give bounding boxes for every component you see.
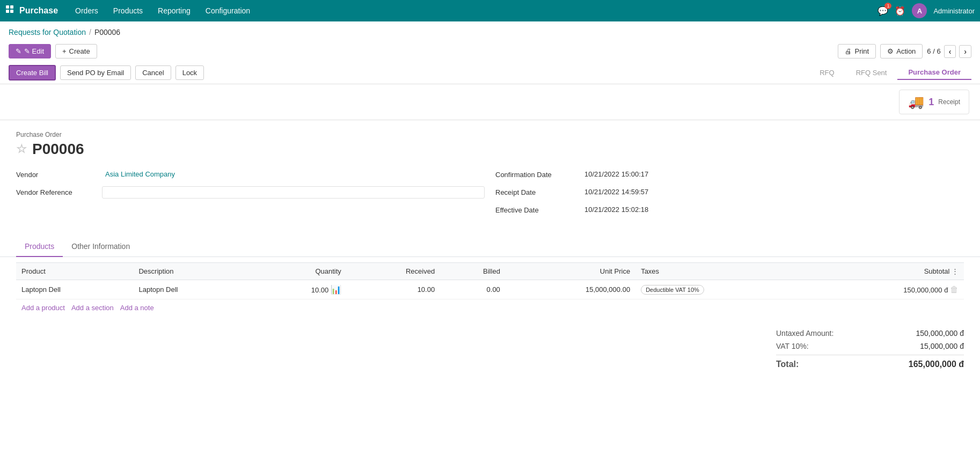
receipt-count: 1 (928, 97, 934, 108)
receipt-date-field: Receipt Date 10/21/2022 14:59:57 (495, 186, 964, 197)
col-billed: Billed (440, 263, 506, 280)
receipt-label: Receipt (938, 98, 960, 106)
products-table: Product Description Quantity Received Bi… (16, 262, 964, 299)
cancel-button[interactable]: Cancel (135, 65, 171, 80)
create-bill-button[interactable]: Create Bill (9, 65, 56, 80)
navbar-menu: Orders Products Reporting Configuration (69, 3, 877, 18)
form-fields: Vendor Asia Limited Company Vendor Refer… (16, 168, 964, 215)
delete-row-icon[interactable]: 🗑 (950, 285, 959, 294)
app-name: Purchase (19, 6, 58, 16)
add-product-link[interactable]: Add a product (21, 304, 65, 312)
admin-name: Administrator (933, 7, 975, 15)
total-row: Total: 165,000,000 đ (776, 355, 964, 371)
right-fields: Confirmation Date 10/21/2022 15:00:17 Re… (495, 168, 964, 215)
order-type-label: Purchase Order (16, 131, 964, 138)
confirmation-date-label: Confirmation Date (495, 168, 581, 179)
col-subtotal: Subtotal ⋮ (809, 263, 964, 280)
edit-button[interactable]: ✎ ✎ Edit (9, 44, 51, 58)
breadcrumb-separator: / (89, 28, 91, 36)
forecast-icon[interactable]: 📊 (331, 285, 341, 294)
vendor-ref-field: Vendor Reference (16, 186, 485, 199)
step-rfq[interactable]: RFQ (809, 66, 845, 79)
cell-subtotal: 150,000,000 đ 🗑 (809, 280, 964, 299)
vendor-ref-input[interactable] (102, 186, 485, 199)
cell-billed: 0.00 (440, 280, 506, 299)
col-product: Product (16, 263, 133, 280)
untaxed-label: Untaxed Amount: (776, 329, 833, 338)
cell-product[interactable]: Laptopn Dell (16, 280, 133, 299)
main-content: 🚚 1 Receipt Purchase Order ☆ P00006 Vend… (0, 84, 980, 393)
receipt-date-value: 10/21/2022 14:59:57 (581, 186, 964, 197)
col-description: Description (133, 263, 250, 280)
vendor-field: Vendor Asia Limited Company (16, 168, 485, 180)
lock-button[interactable]: Lock (175, 65, 204, 80)
total-value: 165,000,000 đ (909, 360, 964, 369)
order-id: P00006 (32, 141, 84, 158)
products-table-container: Product Description Quantity Received Bi… (0, 262, 980, 316)
table-row: Laptopn Dell Laptopn Dell 10.00 📊 10.00 … (16, 280, 964, 299)
vat-label: VAT 10%: (776, 342, 809, 350)
app-brand[interactable]: Purchase (5, 5, 58, 17)
col-taxes: Taxes (635, 263, 809, 280)
step-purchase-order[interactable]: Purchase Order (897, 65, 971, 80)
next-page-button[interactable]: › (959, 45, 971, 58)
prev-page-button[interactable]: ‹ (944, 45, 956, 58)
untaxed-value: 150,000,000 đ (916, 329, 964, 338)
navbar: Purchase Orders Products Reporting Confi… (0, 0, 980, 21)
chat-icon[interactable]: 💬 1 (877, 6, 888, 16)
tab-products[interactable]: Products (16, 237, 63, 257)
create-button[interactable]: + Create (55, 44, 97, 58)
svg-rect-1 (10, 5, 13, 9)
nav-products[interactable]: Products (107, 3, 149, 18)
status-bar: Create Bill Send PO by Email Cancel Lock… (0, 62, 980, 84)
pagination: 6 / 6 ‹ › (927, 45, 971, 58)
nav-configuration[interactable]: Configuration (199, 3, 257, 18)
order-title: ☆ P00006 (16, 141, 964, 158)
tabs: Products Other Information (0, 237, 980, 257)
total-label: Total: (776, 360, 799, 369)
vendor-label: Vendor (16, 168, 102, 179)
col-unit-price: Unit Price (506, 263, 635, 280)
clock-icon[interactable]: ⏰ (895, 6, 905, 16)
cell-description: Laptopn Dell (133, 280, 250, 299)
totals-table: Untaxed Amount: 150,000,000 đ VAT 10%: 1… (776, 327, 964, 371)
add-section-link[interactable]: Add a section (71, 304, 114, 312)
cell-received: 10.00 (347, 280, 440, 299)
tab-other-information[interactable]: Other Information (63, 237, 138, 257)
action-button[interactable]: ⚙ Action (880, 44, 923, 58)
breadcrumb: Requests for Quotation / P00006 (0, 21, 980, 41)
notification-badge: 1 (884, 3, 891, 9)
receipt-summary: 🚚 1 Receipt (0, 84, 980, 120)
receipt-box[interactable]: 🚚 1 Receipt (899, 90, 969, 114)
confirmation-date-field: Confirmation Date 10/21/2022 15:00:17 (495, 168, 964, 180)
add-note-link[interactable]: Add a note (120, 304, 154, 312)
svg-rect-3 (10, 10, 13, 13)
more-columns-icon[interactable]: ⋮ (952, 267, 959, 275)
vendor-ref-label: Vendor Reference (16, 186, 102, 196)
col-quantity: Quantity (251, 263, 347, 280)
tax-badge: Deductible VAT 10% (641, 285, 704, 295)
send-po-email-button[interactable]: Send PO by Email (60, 65, 131, 80)
grid-icon (5, 5, 15, 17)
breadcrumb-parent[interactable]: Requests for Quotation (9, 28, 86, 36)
add-row: Add a product Add a section Add a note (16, 299, 964, 316)
left-fields: Vendor Asia Limited Company Vendor Refer… (16, 168, 485, 215)
col-received: Received (347, 263, 440, 280)
avatar[interactable]: A (912, 3, 927, 18)
print-button[interactable]: 🖨 Print (838, 44, 876, 58)
cell-quantity: 10.00 📊 (251, 280, 347, 299)
nav-reporting[interactable]: Reporting (151, 3, 197, 18)
effective-date-label: Effective Date (495, 204, 581, 214)
gear-icon: ⚙ (887, 47, 894, 55)
untaxed-row: Untaxed Amount: 150,000,000 đ (776, 327, 964, 340)
step-rfq-sent[interactable]: RFQ Sent (845, 66, 898, 79)
vendor-value[interactable]: Asia Limited Company (102, 168, 485, 180)
totals-section: Untaxed Amount: 150,000,000 đ VAT 10%: 1… (0, 316, 980, 382)
svg-rect-2 (6, 10, 9, 13)
effective-date-field: Effective Date 10/21/2022 15:02:18 (495, 204, 964, 215)
status-steps: RFQ RFQ Sent Purchase Order (809, 65, 971, 80)
cell-unit-price: 15,000,000.00 (506, 280, 635, 299)
nav-orders[interactable]: Orders (69, 3, 105, 18)
vat-value: 15,000,000 đ (920, 342, 964, 350)
star-icon[interactable]: ☆ (16, 142, 27, 156)
